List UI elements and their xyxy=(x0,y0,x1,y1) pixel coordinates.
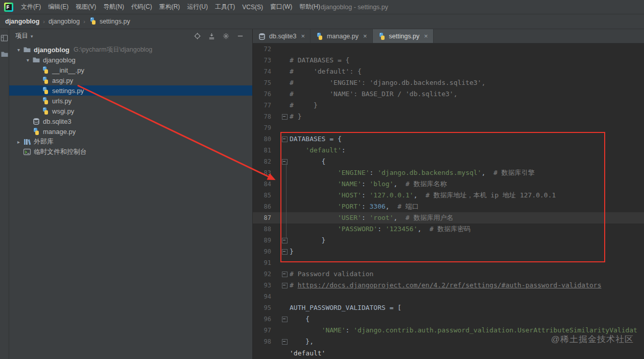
project-tree: ▾djangoblogG:\pycharm项目\djangoblog▾djang… xyxy=(9,43,252,157)
tree-item-临时文件和控制台[interactable]: 临时文件和控制台 xyxy=(9,147,252,157)
fold-marker-icon[interactable] xyxy=(276,156,290,167)
code-line[interactable]: 73# DATABASES = { xyxy=(253,55,644,66)
line-number: 84 xyxy=(253,178,276,190)
fold-marker-icon[interactable] xyxy=(276,268,290,280)
window-title: djangoblog - settings.py xyxy=(321,0,388,14)
library-icon xyxy=(23,138,31,146)
code-line[interactable]: 94 xyxy=(253,291,644,302)
line-number: 93 xyxy=(253,280,276,291)
code-line[interactable]: 84 'NAME': 'blog', # 数据库名称 xyxy=(253,178,644,190)
code-line[interactable]: 75# 'ENGINE': 'django.db.backends.sqlite… xyxy=(253,77,644,88)
fold-spacer xyxy=(276,212,290,223)
tree-item-manage-py[interactable]: manage.py xyxy=(9,126,252,137)
code-text: DATABASES = { xyxy=(290,133,342,145)
breadcrumb-item-djangoblog[interactable]: djangoblog xyxy=(49,18,80,25)
editor-tab-settings-py[interactable]: settings.py× xyxy=(373,29,434,43)
tree-item-label: db.sqlite3 xyxy=(43,118,71,125)
code-line[interactable]: 80DATABASES = { xyxy=(253,133,644,145)
menu-item-窗口-w[interactable]: 窗口(W) xyxy=(267,3,296,11)
tree-item-asgi-py[interactable]: asgi.py xyxy=(9,75,252,85)
close-icon[interactable]: × xyxy=(363,32,367,40)
menu-item-工具-t[interactable]: 工具(T) xyxy=(211,3,238,11)
tree-item-djangoblog[interactable]: ▾djangoblog xyxy=(9,55,252,65)
tree-item-__init__-py[interactable]: __init__.py xyxy=(9,65,252,75)
menu-item-编辑-e[interactable]: 编辑(E) xyxy=(44,3,72,11)
menu-item-文件-f[interactable]: 文件(F) xyxy=(17,3,44,11)
code-line[interactable]: 72 xyxy=(253,43,644,55)
fold-marker-icon[interactable] xyxy=(276,111,290,122)
code-line[interactable]: 74# 'default': { xyxy=(253,66,644,77)
code-line[interactable]: 87 'USER': 'root', # 数据库用户名 xyxy=(253,212,644,223)
editor-tab-db-sqlite3[interactable]: db.sqlite3× xyxy=(253,29,311,43)
tree-item-djangoblog[interactable]: ▾djangoblogG:\pycharm项目\djangoblog xyxy=(9,44,252,55)
code-line[interactable]: 89 } xyxy=(253,235,644,246)
close-icon[interactable]: × xyxy=(301,32,305,40)
fold-spacer xyxy=(276,122,290,133)
code-line[interactable]: 95AUTH_PASSWORD_VALIDATORS = [ xyxy=(253,302,644,313)
menu-item-运行-u[interactable]: 运行(U) xyxy=(183,3,211,11)
code-line[interactable]: 82 { xyxy=(253,156,644,167)
fold-marker-icon[interactable] xyxy=(276,336,290,347)
code-line[interactable]: 78# } xyxy=(253,111,644,122)
menu-item-vcs-s[interactable]: VCS(S) xyxy=(238,4,267,11)
code-line[interactable]: 83 'ENGINE': 'django.db.backends.mysql',… xyxy=(253,167,644,178)
code-line[interactable]: 79 xyxy=(253,122,644,133)
breadcrumb-item-settings-py[interactable]: settings.py xyxy=(89,17,130,27)
code-line[interactable]: 92# Password validation xyxy=(253,268,644,280)
editor-tab-manage-py[interactable]: manage.py× xyxy=(311,29,372,43)
line-number: 73 xyxy=(253,55,276,66)
code-line[interactable]: 91 xyxy=(253,257,644,268)
code-line[interactable]: 90} xyxy=(253,246,644,257)
fold-marker-icon[interactable] xyxy=(276,280,290,291)
tree-item-wsgi-py[interactable]: wsgi.py xyxy=(9,106,252,116)
tree-item-label: wsgi.py xyxy=(52,107,74,115)
tree-item-settings-py[interactable]: settings.py xyxy=(9,85,252,96)
chevron-down-icon[interactable]: ▾ xyxy=(14,47,23,53)
menu-item-导航-n[interactable]: 导航(N) xyxy=(100,3,128,11)
menu-item-代码-c[interactable]: 代码(C) xyxy=(128,3,156,11)
line-number: 80 xyxy=(253,133,276,145)
breadcrumb-item-djangoblog[interactable]: djangoblog xyxy=(5,18,39,25)
project-view-icon[interactable] xyxy=(1,34,8,44)
settings-gear-icon[interactable] xyxy=(222,32,230,40)
code-line[interactable]: 81 'default': xyxy=(253,145,644,156)
hide-icon[interactable] xyxy=(236,32,244,40)
menu-item-帮助-h[interactable]: 帮助(H) xyxy=(296,3,324,11)
fold-marker-icon[interactable] xyxy=(276,313,290,325)
code-text: 'PORT': 3306, # 端口 xyxy=(290,201,419,212)
chevron-right-icon[interactable]: ▸ xyxy=(14,139,23,145)
fold-marker-icon[interactable] xyxy=(276,235,290,246)
line-number: 78 xyxy=(253,111,276,122)
chevron-down-icon[interactable]: ▾ xyxy=(23,57,32,63)
code-line[interactable]: 77# } xyxy=(253,100,644,111)
code-line[interactable]: 76# 'NAME': BASE_DIR / 'db.sqlite3', xyxy=(253,88,644,100)
code-text: { xyxy=(290,156,325,167)
fold-marker-icon[interactable] xyxy=(276,133,290,145)
code-line[interactable]: 93# https://docs.djangoproject.com/en/4.… xyxy=(253,280,644,291)
code-line[interactable]: 86 'PORT': 3306, # 端口 xyxy=(253,201,644,212)
folder-icon[interactable] xyxy=(1,50,9,60)
tree-item-label: urls.py xyxy=(52,97,71,105)
code-area[interactable]: 7273# DATABASES = {74# 'default': {75# '… xyxy=(253,43,644,347)
code-text: AUTH_PASSWORD_VALIDATORS = [ xyxy=(290,302,401,313)
code-line[interactable]: 88 'PASSWORD': '123456', # 数据库密码 xyxy=(253,223,644,235)
tree-item-外部库[interactable]: ▸外部库 xyxy=(9,137,252,147)
editor-breadcrumb-item[interactable]: 'default' xyxy=(290,349,325,357)
fold-spacer xyxy=(276,325,290,336)
tree-item-urls-py[interactable]: urls.py xyxy=(9,96,252,106)
code-line[interactable]: 85 'HOST': '127.0.0.1', # 数据库地址，本机 ip 地址… xyxy=(253,190,644,201)
tree-item-db-sqlite3[interactable]: db.sqlite3 xyxy=(9,116,252,126)
code-text: # DATABASES = { xyxy=(290,55,349,66)
close-icon[interactable]: × xyxy=(424,32,428,40)
project-view-selector[interactable]: 项目 ▾ xyxy=(15,32,33,40)
menu-item-重构-r[interactable]: 重构(R) xyxy=(156,3,184,11)
locate-icon[interactable] xyxy=(194,32,201,40)
fold-spacer xyxy=(276,66,290,77)
code-line[interactable]: 96 { xyxy=(253,313,644,325)
line-number: 91 xyxy=(253,257,276,268)
collapse-all-icon[interactable] xyxy=(208,32,216,40)
menu-item-视图-v[interactable]: 视图(V) xyxy=(72,3,100,11)
fold-marker-icon[interactable] xyxy=(276,246,290,257)
line-number: 77 xyxy=(253,100,276,111)
tree-item-label: 外部库 xyxy=(34,137,54,146)
